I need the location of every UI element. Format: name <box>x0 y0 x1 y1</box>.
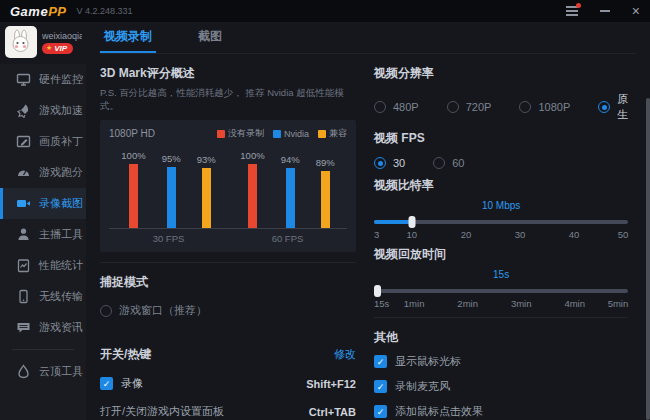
replay-time-value: 15s <box>374 269 628 280</box>
checkbox-label: 显示鼠标光标 <box>395 354 461 369</box>
star-icon: ★ <box>46 44 52 52</box>
bitrate-title: 视频比特率 <box>374 177 628 194</box>
checkbox-label: 录制麦克风 <box>395 379 450 394</box>
checkbox-click-effect[interactable]: ✓ 添加鼠标点击效果 <box>374 404 628 419</box>
radio-icon <box>598 101 610 113</box>
chart-bar-column: 89% <box>316 157 335 228</box>
radio-icon <box>519 101 531 113</box>
modify-link[interactable]: 修改 <box>334 347 356 362</box>
bar-value-label: 93% <box>197 154 216 165</box>
sidebar-item-streamer-tools[interactable]: 主播工具 <box>0 219 86 250</box>
tab-video-record[interactable]: 视频录制 <box>100 28 156 53</box>
logo-pp: PP <box>48 4 66 19</box>
slider-fill <box>374 220 412 224</box>
slider-thumb[interactable] <box>374 285 381 297</box>
sidebar-item-tft-tools[interactable]: 云顶工具 <box>0 356 86 387</box>
replay-time-tick-labels: 15s1min2min3min4min5min <box>374 298 628 311</box>
bar-value-label: 89% <box>316 157 335 168</box>
checkbox-checked-icon: ✓ <box>374 380 387 393</box>
slider-tick-label: 2min <box>457 298 478 309</box>
hotkey-row-record: ✓ 录像 Shift+F12 <box>100 376 356 391</box>
sidebar-item-label: 性能统计 <box>39 258 83 273</box>
radio-game-window[interactable]: 游戏窗口（推荐） <box>100 303 356 318</box>
replay-time-slider[interactable] <box>374 284 628 298</box>
bar-value-label: 100% <box>240 150 264 161</box>
monitor-icon <box>16 72 31 87</box>
sidebar-item-record-capture[interactable]: 录像截图 <box>0 188 86 219</box>
legend-color-swatch <box>318 130 326 138</box>
checkbox-show-cursor[interactable]: ✓ 显示鼠标光标 <box>374 354 628 369</box>
radio-label: 30 <box>393 157 405 169</box>
capture-mode-title: 捕捉模式 <box>100 274 356 291</box>
slider-tick-label: 3min <box>511 298 532 309</box>
radio-resolution-480P[interactable]: 480P <box>374 92 419 122</box>
radio-resolution-1080P[interactable]: 1080P <box>519 92 570 122</box>
resolution-title: 视频分辨率 <box>374 65 628 82</box>
radio-fps-60[interactable]: 60 <box>433 157 464 169</box>
sidebar-item-game-news[interactable]: 游戏资讯 <box>0 312 86 343</box>
replay-time-title: 视频回放时间 <box>374 246 628 263</box>
bitrate-tick-labels: 31020304050 <box>374 229 628 242</box>
minimize-icon[interactable] <box>600 10 610 12</box>
sidebar-item-label: 主播工具 <box>39 227 83 242</box>
chart-bar <box>167 167 176 228</box>
slider-tick-label: 4min <box>564 298 585 309</box>
chart-legend: 没有录制Nvidia兼容 <box>217 127 347 140</box>
chart-bars: 100%95%93%100%94%89% <box>109 144 347 228</box>
sidebar-item-benchmark[interactable]: 游戏跑分 <box>0 157 86 188</box>
chart-category-labels: 30 FPS60 FPS <box>109 229 347 248</box>
sidebar-item-label: 游戏资讯 <box>39 320 83 335</box>
legend-item: 兼容 <box>318 127 347 140</box>
avatar <box>5 26 37 58</box>
main-panel: 视频录制 截图 3D Mark评分概述 P.S. 百分比越高，性能消耗越少， 推… <box>86 22 650 420</box>
chart-bar <box>202 168 211 228</box>
sidebar-item-game-boost[interactable]: 游戏加速 <box>0 95 86 126</box>
close-icon[interactable]: × <box>632 6 640 16</box>
checkbox-label: 添加鼠标点击效果 <box>395 404 483 419</box>
chart-bar-column: 95% <box>162 153 181 228</box>
checkbox-record-mic[interactable]: ✓ 录制麦克风 <box>374 379 628 394</box>
sidebar-item-label: 云顶工具 <box>39 364 83 379</box>
radio-label: 60 <box>452 157 464 169</box>
slider-thumb[interactable] <box>408 216 415 228</box>
sidebar-item-label: 无线传输 <box>39 289 83 304</box>
radio-icon <box>447 101 459 113</box>
panel-toggle-label: 打开/关闭游戏内设置面板 <box>100 404 224 419</box>
chart-bar-column: 94% <box>281 154 300 228</box>
slider-tick-label: 5min <box>608 298 629 309</box>
chart-bar <box>248 164 257 228</box>
bar-value-label: 95% <box>162 153 181 164</box>
sidebar-item-performance-stats[interactable]: 性能统计 <box>0 250 86 281</box>
slider-tick-label: 30 <box>515 229 526 240</box>
sidebar-item-label: 画质补丁 <box>39 134 83 149</box>
radio-resolution-720P[interactable]: 720P <box>447 92 492 122</box>
sidebar-item-label: 游戏跑分 <box>39 165 83 180</box>
sidebar-item-quality-patch[interactable]: 画质补丁 <box>0 126 86 157</box>
legend-item: Nvidia <box>273 127 309 140</box>
radio-resolution-原生[interactable]: 原生 <box>598 92 628 122</box>
user-block[interactable]: weixiaoqia.. ★VIP <box>0 22 86 64</box>
legend-item: 没有录制 <box>217 127 264 140</box>
benchmark-chart: 1080P HD 没有录制Nvidia兼容 100%95%93%100%94%8… <box>100 120 356 252</box>
scrollbar-thumb[interactable] <box>646 98 650 420</box>
notification-dot <box>576 3 581 8</box>
username: weixiaoqia.. <box>42 31 82 41</box>
resolution-options: 480P720P1080P原生 <box>374 92 628 122</box>
radio-fps-30[interactable]: 30 <box>374 157 405 169</box>
menu-icon[interactable] <box>566 10 578 12</box>
other-title: 其他 <box>374 329 628 346</box>
panel-hotkey: Ctrl+TAB <box>309 406 356 418</box>
tab-screenshot[interactable]: 截图 <box>194 28 226 53</box>
phone-icon <box>16 289 31 304</box>
chart-bar-group: 100%94%89% <box>240 150 334 228</box>
legend-color-swatch <box>273 130 281 138</box>
radio-label: 游戏窗口（推荐） <box>119 303 207 318</box>
sidebar-item-label: 游戏加速 <box>39 103 83 118</box>
record-checkbox-row[interactable]: ✓ 录像 <box>100 376 143 391</box>
sidebar-item-wireless-transfer[interactable]: 无线传输 <box>0 281 86 312</box>
record-hotkey: Shift+F12 <box>306 378 356 390</box>
record-label: 录像 <box>121 376 143 391</box>
bitrate-slider[interactable] <box>374 215 628 229</box>
news-icon <box>16 320 31 335</box>
sidebar-item-hardware-monitor[interactable]: 硬件监控 <box>0 64 86 95</box>
